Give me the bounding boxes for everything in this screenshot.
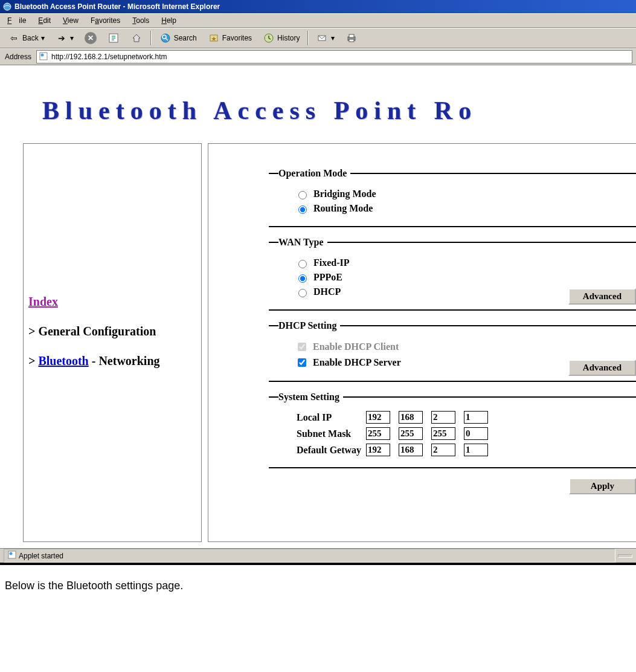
bridging-mode-radio[interactable] xyxy=(298,191,307,199)
history-label: History xyxy=(277,34,300,42)
local-ip-oct4[interactable] xyxy=(464,411,488,424)
refresh-icon xyxy=(108,32,120,44)
dhcp-setting-fieldset: DHCP Setting Enable DHCP Client Enable D… xyxy=(269,320,636,382)
toolbar-separator xyxy=(150,31,152,45)
mail-button[interactable]: ▾ xyxy=(312,30,339,46)
sidebar: Index > General Configuration > Bluetoot… xyxy=(23,143,202,542)
print-button[interactable] xyxy=(341,30,362,46)
home-icon xyxy=(130,32,143,44)
default-gateway-label: Default Getway xyxy=(297,442,365,457)
window-title: Bluetooth Access Point Router - Microsof… xyxy=(14,2,220,11)
enable-dhcp-client-checkbox xyxy=(298,343,306,351)
search-button[interactable]: Search xyxy=(155,30,201,46)
back-arrow-icon: ⇦ xyxy=(8,32,20,44)
gateway-oct2[interactable] xyxy=(399,444,423,456)
subnet-oct4[interactable] xyxy=(464,427,488,440)
fixed-ip-label: Fixed-IP xyxy=(313,257,350,268)
forward-button[interactable]: ➔ ▾ xyxy=(51,30,78,46)
operation-mode-legend: Operation Mode xyxy=(278,168,350,179)
menubar: File Edit View Favorites Tools Help xyxy=(0,13,636,28)
print-icon xyxy=(345,32,358,44)
sidebar-general-config: General Configuration xyxy=(38,325,156,338)
dropdown-icon: ▾ xyxy=(331,34,335,42)
page-icon xyxy=(39,52,48,62)
history-icon xyxy=(263,32,275,44)
svg-point-12 xyxy=(41,53,44,56)
mail-icon xyxy=(316,32,329,44)
status-text: Applet started xyxy=(19,552,63,560)
page-content: Bluetooth Access Point Ro Index > Genera… xyxy=(0,65,636,565)
statusbar: Applet started xyxy=(0,548,636,563)
routing-mode-label: Routing Mode xyxy=(313,203,373,214)
dhcp-advanced-button[interactable]: Advanced xyxy=(568,360,636,376)
sidebar-networking: Networking xyxy=(98,354,159,367)
enable-dhcp-server-label: Enable DHCP Server xyxy=(313,357,401,368)
back-label: Back xyxy=(22,34,39,42)
svg-rect-9 xyxy=(349,34,354,37)
bluetooth-link[interactable]: Bluetooth xyxy=(38,354,88,367)
address-input[interactable] xyxy=(50,52,629,62)
refresh-button[interactable] xyxy=(103,30,124,46)
dhcp-wan-radio[interactable] xyxy=(298,289,307,297)
forward-arrow-icon: ➔ xyxy=(56,32,68,44)
svg-point-14 xyxy=(10,552,13,555)
svg-rect-13 xyxy=(8,551,16,558)
menu-edit[interactable]: Edit xyxy=(34,15,54,26)
status-cell-extra xyxy=(618,554,632,558)
pppoe-radio[interactable] xyxy=(298,274,307,283)
local-ip-label: Local IP xyxy=(297,410,365,425)
favorites-icon xyxy=(208,32,220,44)
window-titlebar: Bluetooth Access Point Router - Microsof… xyxy=(0,0,636,13)
home-button[interactable] xyxy=(126,30,147,46)
toolbar: ⇦ Back ▾ ➔ ▾ ✕ Search Favorites Histor xyxy=(0,28,636,48)
system-setting-fieldset: System Setting Local IP Subnet Mask xyxy=(269,392,636,468)
local-ip-oct2[interactable] xyxy=(399,411,423,424)
routing-mode-radio[interactable] xyxy=(298,205,307,214)
main-form: Operation Mode Bridging Mode Routing Mod… xyxy=(208,143,636,542)
favorites-label: Favorites xyxy=(222,34,252,42)
ie-icon xyxy=(2,2,12,11)
search-icon xyxy=(159,32,172,44)
fixed-ip-radio[interactable] xyxy=(298,260,307,268)
system-setting-legend: System Setting xyxy=(278,392,343,402)
menu-help[interactable]: Help xyxy=(158,15,180,26)
pppoe-label: PPPoE xyxy=(313,272,342,283)
enable-dhcp-client-label: Enable DHCP Client xyxy=(313,341,399,352)
address-label: Address xyxy=(4,53,33,61)
gt-symbol: > xyxy=(28,325,35,338)
history-button[interactable]: History xyxy=(259,30,304,46)
bridging-mode-label: Bridging Mode xyxy=(313,189,376,199)
menu-favorites[interactable]: Favorites xyxy=(87,15,124,26)
gateway-oct4[interactable] xyxy=(464,444,488,456)
caption-text: Below is the Bluetooth settings page. xyxy=(0,565,636,607)
favorites-button[interactable]: Favorites xyxy=(204,30,256,46)
apply-button[interactable]: Apply xyxy=(569,478,636,494)
addressbar: Address xyxy=(0,48,636,65)
subnet-oct2[interactable] xyxy=(399,427,423,440)
menu-view[interactable]: View xyxy=(59,15,82,26)
subnet-mask-label: Subnet Mask xyxy=(297,426,365,441)
gateway-oct1[interactable] xyxy=(366,444,390,456)
dropdown-icon: ▾ xyxy=(41,34,45,42)
enable-dhcp-server-checkbox[interactable] xyxy=(298,358,306,367)
dhcp-wan-label: DHCP xyxy=(313,286,341,297)
local-ip-oct1[interactable] xyxy=(366,411,390,424)
stop-button[interactable]: ✕ xyxy=(80,30,101,46)
back-button[interactable]: ⇦ Back ▾ xyxy=(4,30,49,46)
wan-advanced-button[interactable]: Advanced xyxy=(568,288,636,305)
gateway-oct3[interactable] xyxy=(431,444,455,456)
menu-file[interactable]: File xyxy=(4,15,30,26)
local-ip-oct3[interactable] xyxy=(431,411,455,424)
menu-tools[interactable]: Tools xyxy=(129,15,153,26)
svg-rect-11 xyxy=(40,53,47,60)
subnet-oct3[interactable] xyxy=(431,427,455,440)
banner-title: Bluetooth Access Point Ro xyxy=(0,66,636,143)
index-link[interactable]: Index xyxy=(28,295,58,308)
subnet-oct1[interactable] xyxy=(366,427,390,440)
toolbar-separator xyxy=(307,31,309,45)
dhcp-setting-legend: DHCP Setting xyxy=(278,320,340,331)
svg-rect-10 xyxy=(349,39,354,42)
wan-type-fieldset: WAN Type Fixed-IP PPPoE DHCP Advanced xyxy=(269,237,636,311)
wan-type-legend: WAN Type xyxy=(278,237,327,248)
gt-symbol: > xyxy=(28,354,35,367)
